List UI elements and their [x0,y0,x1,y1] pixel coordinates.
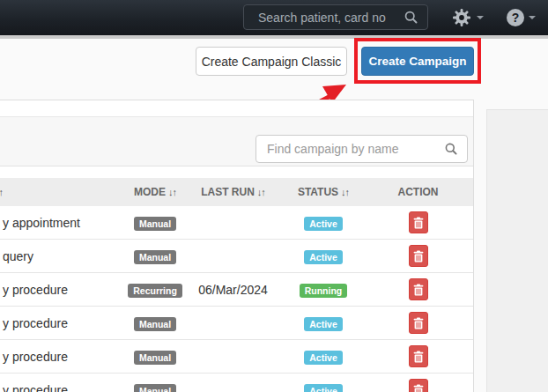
table-row: y procedure Manual Active [0,374,473,392]
status-cell: Active [284,215,363,231]
delete-campaign-button[interactable] [409,345,428,367]
table-header-row: ↓↑ MODE↓↑ LAST RUN↓↑ STATUS↓↑ ACTION [0,178,473,206]
find-campaign-placeholder: Find campaign by name [267,142,444,156]
table-row: y procedure Manual Active [0,340,473,374]
patient-search-box[interactable]: Search patient, card no [243,4,428,30]
delete-campaign-button[interactable] [409,379,428,392]
action-cell [363,379,473,392]
status-cell: Active [284,315,363,331]
patient-search-placeholder: Search patient, card no [258,11,404,25]
settings-menu[interactable] [451,7,484,28]
status-cell: Running [284,282,363,298]
search-icon[interactable] [444,142,458,156]
column-header-last-run[interactable]: LAST RUN↓↑ [182,186,284,198]
campaign-name-cell: y procedure [0,316,128,330]
mode-cell: Manual [128,215,182,231]
action-cell [363,278,473,300]
top-navbar: Search patient, card no [0,0,548,35]
action-cell [363,345,473,367]
navbar-divider [0,35,548,39]
column-header-status[interactable]: STATUS↓↑ [284,186,363,198]
help-menu[interactable]: ? [507,9,536,26]
table-row: query Manual Active [0,240,473,273]
delete-campaign-button[interactable] [409,211,428,233]
campaign-list-panel: Find campaign by name ↓↑ MODE↓↑ LAST RUN… [0,100,474,392]
action-cell [363,245,473,267]
mode-badge: Manual [134,250,176,264]
help-icon: ? [507,9,524,26]
mode-badge: Manual [134,317,176,331]
campaign-name-cell: query [0,249,128,263]
status-badge: Active [304,351,343,365]
column-header-mode[interactable]: MODE↓↑ [128,186,182,198]
table-body: y appointment Manual Active query Manual… [0,206,473,392]
table-row: y procedure Manual Active [0,307,473,340]
status-cell: Active [284,248,363,264]
mode-cell: Manual [128,349,182,365]
status-badge: Active [304,217,343,231]
status-badge: Running [300,284,348,298]
mode-cell: Manual [128,248,182,264]
sort-icon: ↓↑ [0,187,3,197]
status-cell: Active [284,382,363,392]
status-badge: Active [304,317,343,331]
create-campaign-button[interactable]: Create Campaign [361,47,474,76]
mode-badge: Recurring [128,284,182,298]
right-side-panel [486,109,548,392]
status-cell: Active [284,349,363,365]
campaign-name-cell: y procedure [0,350,128,364]
gear-icon [451,7,472,28]
delete-campaign-button[interactable] [409,245,428,267]
trash-icon [413,217,424,229]
table-row: y appointment Manual Active [0,206,473,240]
column-header-name[interactable]: ↓↑ [0,186,128,198]
trash-icon [413,284,424,296]
delete-campaign-button[interactable] [409,278,428,300]
mode-badge: Manual [134,217,176,231]
sort-icon: ↓↑ [341,187,349,197]
screen: Search patient, card no [0,0,548,392]
delete-campaign-button[interactable] [409,312,428,334]
mode-badge: Manual [134,384,176,392]
trash-icon [413,250,424,263]
trash-icon [413,351,424,363]
status-badge: Active [304,384,343,392]
action-cell [363,312,473,334]
search-icon[interactable] [404,10,418,25]
mode-badge: Manual [134,351,176,365]
status-badge: Active [304,250,343,264]
create-campaign-classic-button[interactable]: Create Campaign Classic [196,47,347,76]
table-row: y procedure Recurring 06/Mar/2024 Runnin… [0,273,473,307]
campaign-name-cell: y procedure [0,383,128,392]
sort-icon: ↓↑ [168,187,176,197]
mode-cell: Manual [128,315,182,331]
campaign-name-cell: y procedure [0,283,128,297]
caret-down-icon [477,16,484,19]
campaign-filter-bar: Find campaign by name [0,116,473,166]
mode-cell: Manual [128,382,182,392]
caret-down-icon [529,16,536,19]
find-campaign-input[interactable]: Find campaign by name [255,135,468,163]
mode-cell: Recurring [128,282,182,298]
sort-icon: ↓↑ [257,187,265,197]
trash-icon [413,384,424,392]
trash-icon [413,317,424,329]
campaign-name-cell: y appointment [0,216,128,230]
action-cell [363,211,473,233]
column-header-action: ACTION [363,186,473,198]
last-run-cell: 06/Mar/2024 [182,283,284,297]
